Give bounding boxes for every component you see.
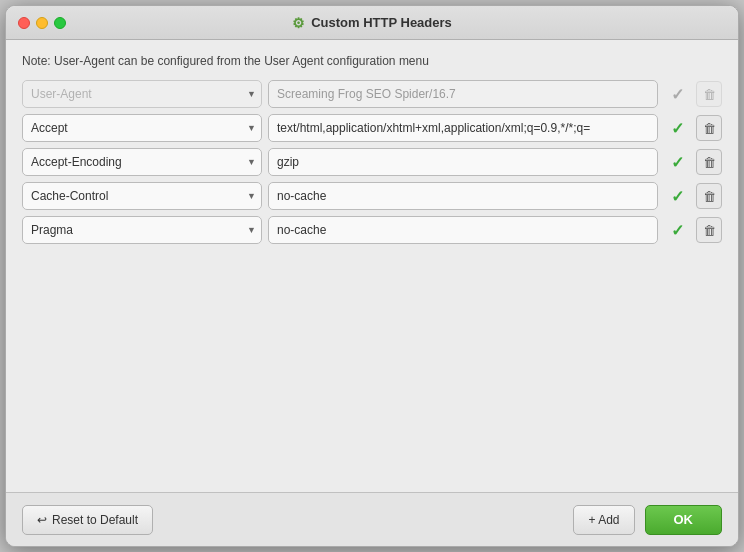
delete-button[interactable]: 🗑 xyxy=(696,81,722,107)
confirm-button[interactable]: ✓ xyxy=(664,149,690,175)
note-text: Note: User-Agent can be configured from … xyxy=(22,54,722,68)
header-select-wrap: Accept-Encoding User-Agent Accept Cache-… xyxy=(22,148,262,176)
titlebar: ⚙ Custom HTTP Headers xyxy=(6,6,738,40)
table-row: Cache-Control User-Agent Accept Accept-E… xyxy=(22,182,722,210)
header-name-select[interactable]: User-Agent xyxy=(22,80,262,108)
main-window: ⚙ Custom HTTP Headers Note: User-Agent c… xyxy=(5,5,739,547)
footer-right: + Add OK xyxy=(573,505,722,535)
reset-icon: ↩ xyxy=(37,513,47,527)
header-select-wrap: Pragma User-Agent Accept Accept-Encoding… xyxy=(22,216,262,244)
header-value-input[interactable] xyxy=(268,148,658,176)
title-icon: ⚙ xyxy=(292,15,305,31)
confirm-button[interactable]: ✓ xyxy=(664,183,690,209)
table-row: Pragma User-Agent Accept Accept-Encoding… xyxy=(22,216,722,244)
confirm-button[interactable]: ✓ xyxy=(664,81,690,107)
delete-button[interactable]: 🗑 xyxy=(696,183,722,209)
window-title: ⚙ Custom HTTP Headers xyxy=(292,15,452,31)
close-button[interactable] xyxy=(18,17,30,29)
reset-to-default-button[interactable]: ↩ Reset to Default xyxy=(22,505,153,535)
header-name-select[interactable]: Accept User-Agent Accept-Encoding Cache-… xyxy=(22,114,262,142)
header-select-wrap: Cache-Control User-Agent Accept Accept-E… xyxy=(22,182,262,210)
ok-button[interactable]: OK xyxy=(645,505,723,535)
ok-label: OK xyxy=(674,512,694,527)
confirm-button[interactable]: ✓ xyxy=(664,115,690,141)
table-row: Accept-Encoding User-Agent Accept Cache-… xyxy=(22,148,722,176)
maximize-button[interactable] xyxy=(54,17,66,29)
confirm-button[interactable]: ✓ xyxy=(664,217,690,243)
rows-area: User-Agent ▼ ✓ 🗑 Accept User-Agent Accep… xyxy=(22,80,722,244)
content-spacer xyxy=(22,252,722,482)
content-area: Note: User-Agent can be configured from … xyxy=(6,40,738,492)
header-value-input[interactable] xyxy=(268,182,658,210)
reset-label: Reset to Default xyxy=(52,513,138,527)
delete-button[interactable]: 🗑 xyxy=(696,217,722,243)
header-name-select[interactable]: Accept-Encoding User-Agent Accept Cache-… xyxy=(22,148,262,176)
delete-button[interactable]: 🗑 xyxy=(696,149,722,175)
header-value-input[interactable] xyxy=(268,80,658,108)
header-value-input[interactable] xyxy=(268,114,658,142)
table-row: User-Agent ▼ ✓ 🗑 xyxy=(22,80,722,108)
add-label: + Add xyxy=(588,513,619,527)
header-value-input[interactable] xyxy=(268,216,658,244)
add-button[interactable]: + Add xyxy=(573,505,634,535)
header-select-wrap: Accept User-Agent Accept-Encoding Cache-… xyxy=(22,114,262,142)
header-name-select[interactable]: Pragma User-Agent Accept Accept-Encoding… xyxy=(22,216,262,244)
title-text: Custom HTTP Headers xyxy=(311,15,452,30)
traffic-lights xyxy=(18,17,66,29)
header-select-wrap: User-Agent ▼ xyxy=(22,80,262,108)
minimize-button[interactable] xyxy=(36,17,48,29)
footer-left: ↩ Reset to Default xyxy=(22,505,153,535)
table-row: Accept User-Agent Accept-Encoding Cache-… xyxy=(22,114,722,142)
footer: ↩ Reset to Default + Add OK xyxy=(6,492,738,546)
delete-button[interactable]: 🗑 xyxy=(696,115,722,141)
header-name-select[interactable]: Cache-Control User-Agent Accept Accept-E… xyxy=(22,182,262,210)
